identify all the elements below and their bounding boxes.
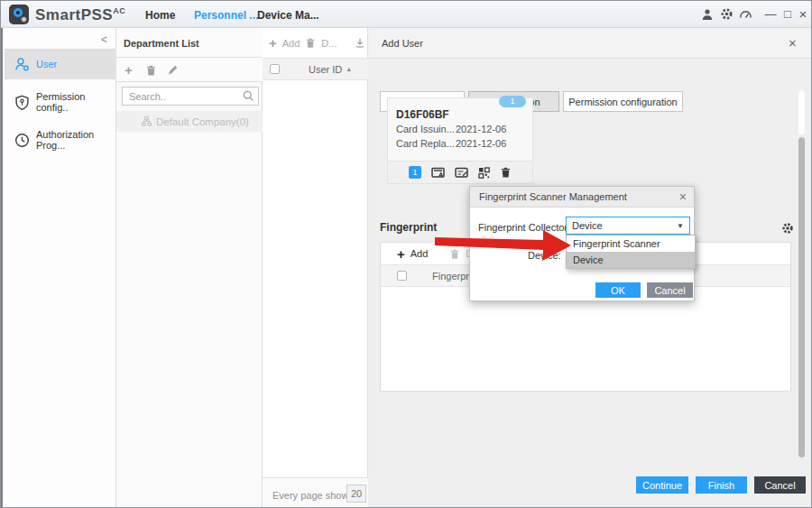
- tree-item-label: Default Company(0): [156, 116, 249, 127]
- settings-gear-icon[interactable]: [720, 7, 734, 21]
- department-search: [122, 87, 259, 106]
- tab-device-manager[interactable]: Device Ma...: [257, 9, 319, 22]
- department-panel: Department List + Default Company(0): [116, 28, 263, 508]
- cancel-button[interactable]: Cancel: [754, 476, 806, 494]
- sidebar-item-permission-config[interactable]: Permission config..: [5, 87, 116, 117]
- close-window-button[interactable]: ×: [796, 6, 810, 22]
- delete-card-icon[interactable]: [500, 166, 512, 179]
- add-fingerprint-label[interactable]: Add: [411, 248, 429, 259]
- card-issuing-label: Card Issuin...: [396, 124, 455, 134]
- fingerprint-collector-label: Fingerprint Collector:: [478, 222, 570, 233]
- device-label: Device:: [528, 250, 561, 261]
- fingerprint-settings-gear-icon[interactable]: [781, 222, 794, 235]
- search-icon[interactable]: [243, 90, 254, 102]
- edit-department-icon[interactable]: [167, 64, 179, 76]
- issue-card-icon[interactable]: [431, 167, 445, 179]
- app-window: SmartPSSAC Home Personnel ... Device Ma.…: [0, 0, 812, 508]
- card-item[interactable]: D16F06BF Card Issuin... 2021-12-06 Card …: [387, 97, 533, 184]
- card-count-pill: 1: [499, 96, 526, 107]
- dialog-title: Fingerprint Scanner Management: [479, 191, 627, 202]
- sidebar-item-authorization-progress[interactable]: Authorization Prog...: [5, 125, 116, 155]
- add-fingerprint-icon[interactable]: +: [397, 246, 405, 262]
- import-export-icon[interactable]: [355, 37, 365, 49]
- sidebar-item-user[interactable]: User: [5, 49, 116, 79]
- chevron-down-icon: ▼: [677, 222, 684, 230]
- sidebar-item-label: User: [36, 59, 57, 69]
- delete-user-label[interactable]: D...: [321, 38, 337, 49]
- department-search-input[interactable]: [122, 87, 259, 106]
- delete-department-icon[interactable]: [145, 64, 157, 77]
- sort-ascending-icon[interactable]: ▲: [346, 66, 352, 72]
- qr-blocks-icon[interactable]: [478, 167, 490, 179]
- department-list-title: Department List: [124, 38, 199, 49]
- card-count-badge: 1: [409, 166, 421, 179]
- fingerprint-select-all-checkbox[interactable]: [397, 271, 407, 281]
- card-replacement-date: 2021-12-06: [456, 138, 506, 149]
- dialog-cancel-button[interactable]: Cancel: [647, 282, 693, 298]
- sidebar-item-label: Permission config..: [36, 91, 116, 113]
- tab-home[interactable]: Home: [145, 9, 175, 22]
- collector-dropdown-list: Fingerprint Scanner Device: [566, 235, 696, 269]
- shield-key-icon: [14, 95, 30, 110]
- tree-item-default-company[interactable]: Default Company(0): [116, 111, 263, 132]
- close-add-user-icon[interactable]: ×: [789, 35, 797, 51]
- maximize-button[interactable]: □: [780, 7, 795, 21]
- tab-personnel[interactable]: Personnel ...: [194, 9, 258, 22]
- org-tree-icon: [142, 116, 152, 126]
- top-bar: SmartPSSAC Home Personnel ... Device Ma.…: [1, 1, 812, 28]
- sidebar-collapse-chevron[interactable]: <: [101, 33, 107, 46]
- user-account-icon[interactable]: [701, 8, 714, 21]
- delete-user-icon[interactable]: [305, 37, 316, 49]
- user-id-column-header[interactable]: User ID: [309, 64, 342, 75]
- dialog-title-bar: Fingerprint Scanner Management ×: [470, 187, 694, 208]
- tab-permission-configuration[interactable]: Permission configuration: [563, 91, 683, 112]
- scrollbar-segment[interactable]: [798, 90, 805, 134]
- minimize-button[interactable]: —: [763, 7, 778, 21]
- option-fingerprint-scanner[interactable]: Fingerprint Scanner: [567, 236, 695, 252]
- user-gear-icon: [14, 57, 30, 71]
- card-edit-icon[interactable]: [455, 167, 468, 179]
- delete-fingerprint-icon[interactable]: [449, 248, 460, 260]
- dialog-ok-button[interactable]: OK: [595, 282, 641, 298]
- page-size-label: Every page shows: [272, 490, 354, 501]
- card-issuing-date: 2021-12-06: [456, 124, 506, 134]
- card-number: D16F06BF: [396, 108, 449, 121]
- select-value: Device: [572, 220, 603, 231]
- sidebar-item-label: Authorization Prog...: [36, 129, 116, 151]
- clock-icon: [14, 133, 30, 148]
- scrollbar-thumb[interactable]: [798, 137, 805, 457]
- finish-button[interactable]: Finish: [696, 476, 747, 494]
- user-list-panel: + Add D... User ID ▲ Every page shows 20: [263, 28, 368, 508]
- fingerprint-collector-select[interactable]: Device ▼: [566, 217, 690, 235]
- card-replacement-label: Card Repla...: [396, 138, 455, 149]
- add-user-title: Add User: [382, 38, 423, 49]
- sidebar: < User Permission config.. Authorization…: [1, 28, 116, 508]
- option-device[interactable]: Device: [567, 252, 695, 268]
- add-department-icon[interactable]: +: [125, 62, 133, 78]
- add-user-icon[interactable]: +: [269, 35, 277, 51]
- page-size-value[interactable]: 20: [346, 485, 366, 503]
- fingerprint-section-label: Fingerprint: [380, 221, 437, 234]
- app-logo-icon: [9, 5, 29, 24]
- select-all-checkbox[interactable]: [270, 64, 280, 74]
- continue-button[interactable]: Continue: [636, 476, 688, 494]
- dashboard-gauge-icon[interactable]: [739, 8, 752, 20]
- fingerprint-scanner-dialog: Fingerprint Scanner Management × Fingerp…: [469, 186, 695, 301]
- add-user-label[interactable]: Add: [282, 38, 300, 49]
- app-title: SmartPSSAC: [35, 6, 125, 24]
- app-title-suffix: AC: [113, 6, 125, 15]
- close-dialog-icon[interactable]: ×: [679, 189, 687, 204]
